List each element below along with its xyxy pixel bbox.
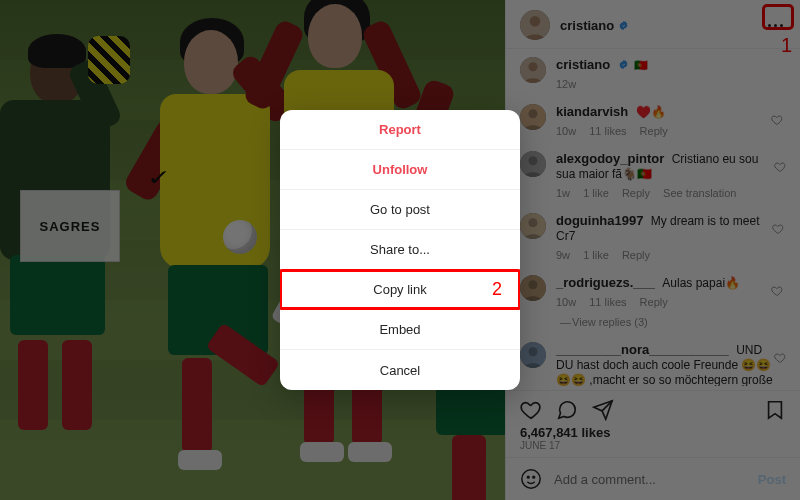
- menu-item-unfollow[interactable]: Unfollow: [280, 150, 520, 190]
- modal-overlay[interactable]: ReportUnfollowGo to postShare to...Copy …: [0, 0, 800, 500]
- menu-item-report[interactable]: Report: [280, 110, 520, 150]
- annotation-box-2: [280, 269, 520, 310]
- annotation-label-2: 2: [492, 279, 502, 300]
- menu-item-share-to[interactable]: Share to...: [280, 230, 520, 270]
- menu-item-copy-link[interactable]: Copy link2: [280, 270, 520, 310]
- options-menu: ReportUnfollowGo to postShare to...Copy …: [280, 110, 520, 390]
- menu-item-embed[interactable]: Embed: [280, 310, 520, 350]
- menu-item-go-to-post[interactable]: Go to post: [280, 190, 520, 230]
- menu-item-cancel[interactable]: Cancel: [280, 350, 520, 390]
